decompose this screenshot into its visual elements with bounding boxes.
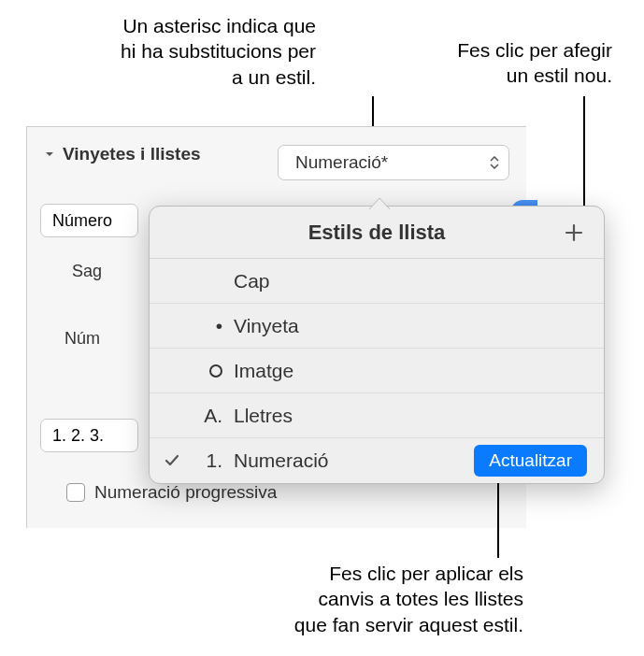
style-item-letters[interactable]: A. Lletres	[150, 393, 604, 438]
letter-marker: A.	[194, 405, 234, 427]
dropdown-label: Número	[52, 211, 112, 231]
add-style-button[interactable]	[561, 220, 587, 246]
indent-label: Sag	[72, 262, 102, 281]
callout-add: Fes clic per afegir un estil nou.	[369, 37, 612, 89]
callout-line	[497, 483, 499, 558]
disclosure-triangle-icon[interactable]	[42, 147, 57, 162]
style-list: Cap • Vinyeta Imatge A. Lletres 1. Numer…	[150, 259, 604, 483]
number-type-dropdown[interactable]: Número	[40, 204, 138, 237]
callout-text: Fes clic per afegir un estil nou.	[457, 39, 612, 86]
style-label: Cap	[234, 270, 587, 292]
style-label: Vinyeta	[234, 315, 587, 337]
style-item-bullet[interactable]: • Vinyeta	[150, 304, 604, 349]
list-style-popup-button[interactable]: Numeració*	[278, 145, 509, 180]
popover-header: Estils de llista	[150, 207, 604, 259]
section-title: Vinyetes i llistes	[63, 144, 201, 164]
callout-text: Fes clic per aplicar els canvis a totes …	[294, 563, 523, 635]
style-label: Lletres	[234, 405, 587, 427]
checkbox-label: Numeració progressiva	[94, 482, 277, 503]
popup-arrows-icon	[490, 156, 499, 169]
numbers-label: Núm	[64, 329, 100, 349]
callout-line	[583, 96, 585, 218]
checkmark-icon	[150, 452, 194, 469]
style-item-none[interactable]: Cap	[150, 259, 604, 304]
bullet-marker-icon: •	[194, 315, 234, 337]
checkbox-icon[interactable]	[66, 483, 85, 502]
style-item-numbering[interactable]: 1. Numeració Actualitzar	[150, 438, 604, 483]
callout-update: Fes clic per aplicar els canvis a totes …	[213, 561, 523, 637]
progressive-checkbox-row[interactable]: Numeració progressiva	[27, 482, 316, 503]
ordering-dropdown[interactable]: 1. 2. 3.	[40, 419, 138, 452]
image-marker-icon	[194, 360, 234, 382]
update-button[interactable]: Actualitzar	[474, 445, 587, 477]
number-marker: 1.	[194, 449, 234, 472]
style-label: Imatge	[234, 360, 587, 382]
style-label: Numeració	[234, 449, 474, 472]
list-styles-popover: Estils de llista Cap • Vinyeta Imatge A.…	[149, 206, 605, 484]
callout-text: Un asterisc indica que hi ha substitucio…	[121, 15, 316, 88]
style-item-image[interactable]: Imatge	[150, 349, 604, 393]
popover-title: Estils de llista	[308, 221, 446, 245]
popup-value: Numeració*	[295, 152, 388, 173]
callout-asterisk: Un asterisc indica que hi ha substitucio…	[64, 13, 316, 90]
ordering-value: 1. 2. 3.	[52, 426, 104, 446]
